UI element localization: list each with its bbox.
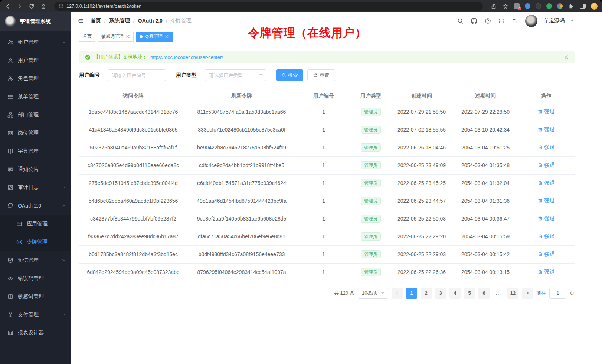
sidebar-item-oauth2-token-management[interactable]: 令牌管理 [0,233,71,251]
sidebar-item-oauth2[interactable]: OAuth 2.0 [0,196,71,215]
sidebar-item-audit-log[interactable]: 审计日志 [0,178,71,196]
page-button-4[interactable]: 4 [449,288,461,299]
page-button-1[interactable]: 1 [406,288,417,299]
goto-label: 前往 [536,290,546,297]
close-icon[interactable] [165,34,169,39]
goto-page-input[interactable] [549,288,566,299]
user-avatar[interactable] [525,15,537,27]
cell-expire-time: 2054-03-04 19:51:25 [453,139,518,156]
force-logout-button[interactable]: 强退 [538,251,554,258]
close-icon[interactable] [126,34,130,39]
github-icon[interactable] [470,17,478,24]
app-title: 芋道管理系统 [20,18,51,25]
page-button-6[interactable]: 6 [478,288,490,299]
extension-icon[interactable] [557,3,563,9]
sidebar-item-report-designer[interactable]: 报表设计器 [0,324,71,342]
force-logout-button[interactable]: 强退 [538,180,554,186]
sidebar-item-menu-management[interactable]: 菜单管理 [0,87,71,106]
extension-icon[interactable] [546,3,552,9]
home-icon[interactable] [40,3,47,10]
cell-expire-time: 2054-03-04 01:35:48 [453,156,518,174]
breadcrumb-item[interactable]: 首页 [91,17,101,24]
back-icon[interactable] [4,3,11,10]
reset-button[interactable]: 重置 [307,69,335,81]
page-button-12[interactable]: 12 [507,288,518,299]
collapse-sidebar-icon[interactable] [76,17,84,24]
sidebar-item-payment-management[interactable]: 支付管理 [0,305,71,324]
sidebar-item-post-management[interactable]: 岗位管理 [0,124,71,142]
side-panel-icon[interactable] [580,4,586,9]
sidebar-item-sensitive-word-management[interactable]: 敏感词管理 [0,287,71,305]
tab-home[interactable]: 首页 [79,32,95,42]
sidebar-item-role-management[interactable]: 角色管理 [0,69,71,87]
search-button[interactable]: 搜索 [276,69,303,81]
force-logout-button[interactable]: 强退 [538,215,554,222]
tab-sensitive-word-management[interactable]: 敏感词管理 [98,32,134,42]
reload-icon[interactable] [28,3,35,10]
prev-page-button[interactable] [392,288,403,299]
force-logout-button[interactable]: 强退 [538,233,554,240]
signal-icon [16,239,22,245]
page-button-2[interactable]: 2 [421,288,432,299]
force-logout-button[interactable]: 强退 [538,144,554,151]
svg-text:T: T [516,20,517,23]
next-page-button[interactable] [522,288,533,299]
sidebar-item-dict-management[interactable]: 字典管理 [0,142,71,160]
close-icon[interactable] [564,55,569,59]
breadcrumb-item[interactable]: 系统管理 [109,17,130,24]
sidebar-item-sms-management[interactable]: 短信管理 [0,251,71,269]
sidebar-item-notice-management[interactable]: 通知公告 [0,160,71,178]
fullscreen-icon[interactable] [498,17,505,24]
cell-actions: 强退 [518,156,575,174]
breadcrumb-item[interactable]: OAuth 2.0 [138,18,163,24]
doc-link[interactable]: https://doc.iocoder.cn/user-center/ [150,54,223,60]
cell-user-type: 管理员 [351,156,390,174]
sidebar-item-oauth2-app-management[interactable]: 应用管理 [0,215,71,233]
page-button-5[interactable]: 5 [464,288,475,299]
search-icon[interactable] [457,17,464,24]
table-row: 54d6be82ee5a460a9aedc1f9bf22365649d1aa46… [79,192,575,210]
cell-user-id: 1 [296,192,351,210]
cell-create-time: 2022-06-26 18:04:46 [390,139,453,156]
user-id-input[interactable] [108,69,166,81]
extensions-puzzle-icon[interactable] [568,3,575,10]
bookmark-star-icon[interactable] [502,3,509,10]
sidebar-item-dept-management[interactable]: 部门管理 [0,106,71,124]
force-logout-button[interactable]: 强退 [538,126,554,133]
page-button-3[interactable]: 3 [435,288,446,299]
app-logo[interactable]: 芋道管理系统 [0,12,71,31]
filter-form: 用户编号 用户类型 搜索 重置 [79,69,575,81]
extension-icon[interactable]: 0 [514,3,520,9]
users-icon [7,39,13,45]
sidebar-item-error-code-management[interactable]: 错误码管理 [0,269,71,287]
forward-icon[interactable] [16,3,23,10]
sidebar-item-user-management[interactable]: 用户管理 [0,51,71,69]
sidebar-item-tenant-management[interactable]: 租户管理 [0,33,71,51]
cell-access-token: c347026e805e4d99b0d116eae66eda8c [79,156,187,174]
extension-icon[interactable] [525,3,530,9]
user-type-tag: 管理员 [361,268,381,276]
svg-text:T: T [512,18,515,23]
cell-user-type: 管理员 [351,174,390,192]
share-icon[interactable] [490,3,497,10]
main-area: 首页/系统管理/OAuth 2.0/令牌管理 TT 芋道源码 首页敏感词管理令牌… [71,12,602,364]
tab-token-management[interactable]: 令牌管理 [136,32,173,42]
browser-profile-avatar[interactable] [591,3,598,10]
help-icon[interactable] [484,17,491,24]
page-size-select[interactable]: 10条/页 [358,288,388,299]
cell-expire-time: 2022-07-29 22:28:50 [453,103,518,121]
force-logout-button[interactable]: 强退 [538,162,554,169]
column-header: 访问令牌 [79,89,187,103]
edit-icon [7,185,13,191]
address-bar[interactable]: 127.0.0.1:1024/system/oauth2/token [54,2,483,11]
extension-icon[interactable] [536,3,541,9]
force-logout-button[interactable]: 强退 [538,109,554,115]
font-size-icon[interactable]: TT [511,17,519,24]
chevron-down-icon[interactable] [571,20,574,23]
user-type-select[interactable] [205,69,266,81]
sidebar-menu: 租户管理用户管理角色管理菜单管理部门管理岗位管理字典管理通知公告审计日志OAut… [0,31,71,364]
force-logout-button[interactable]: 强退 [538,269,554,275]
force-logout-button[interactable]: 强退 [538,198,554,204]
user-name[interactable]: 芋道源码 [544,17,565,24]
pagination-more[interactable]: ... [493,288,504,299]
